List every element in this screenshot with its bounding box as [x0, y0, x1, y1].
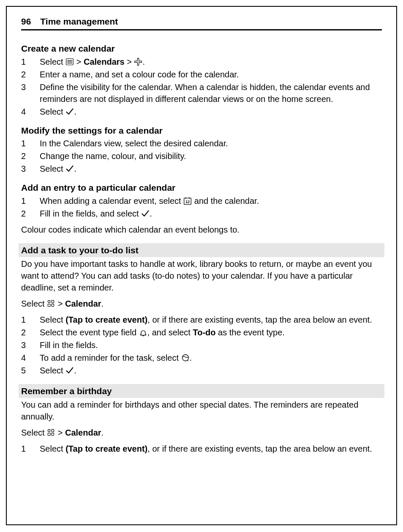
step-text: Fill in the fields, and select . — [40, 208, 382, 219]
step-number: 2 — [21, 326, 40, 338]
step-text: Select . — [40, 106, 382, 118]
step-number: 2 — [21, 69, 40, 80]
step-text: Select the event type field , and select… — [40, 326, 382, 338]
list-item: 2 Fill in the fields, and select . — [21, 208, 382, 219]
heading-add-entry: Add an entry to a particular calendar — [21, 181, 382, 194]
list-birthday: 1 Select (Tap to create event), or if th… — [21, 443, 382, 455]
intro-add-task: Do you have important tasks to handle at… — [21, 258, 382, 293]
step-number: 4 — [21, 352, 40, 364]
list-create-calendar: 1 Select > Calendars > . 2 Enter a name,… — [21, 56, 382, 118]
step-text: Select . — [40, 365, 382, 376]
apps-icon — [47, 299, 55, 308]
list-item: 2 Select the event type field , and sele… — [21, 326, 382, 338]
step-number: 4 — [21, 106, 40, 118]
step-text: Select (Tap to create event), or if ther… — [40, 443, 382, 455]
step-number: 3 — [21, 339, 40, 351]
step-number: 1 — [21, 56, 40, 68]
step-number: 3 — [21, 163, 40, 175]
step-number: 1 — [21, 137, 40, 149]
heading-add-task: Add a task to your to-do list — [19, 243, 384, 257]
step-text: Select > Calendars > . — [40, 56, 382, 68]
list-item: 3 Define the visibility for the calendar… — [21, 81, 382, 105]
heading-create-calendar: Create a new calendar — [21, 42, 382, 55]
page-header: 96Time management — [21, 15, 382, 30]
step-text: Select . — [40, 163, 382, 175]
intro-birthday: You can add a reminder for birthdays and… — [21, 399, 382, 422]
bell-icon — [139, 328, 147, 337]
list-item: 1 Select (Tap to create event), or if th… — [21, 314, 382, 326]
step-text: Change the name, colour, and visibility. — [40, 150, 382, 162]
list-item: 3 Fill in the fields. — [21, 339, 382, 351]
list-add-task: 1 Select (Tap to create event), or if th… — [21, 314, 382, 376]
list-item: 2 Enter a name, and set a colour code fo… — [21, 69, 382, 80]
step-number: 2 — [21, 150, 40, 162]
step-number: 1 — [21, 314, 40, 326]
list-item: 4 To add a reminder for the task, select… — [21, 352, 382, 364]
step-text: Enter a name, and set a colour code for … — [40, 69, 382, 80]
checkmark-icon — [65, 165, 74, 173]
list-item: 1 Select > Calendars > . — [21, 56, 382, 68]
heading-modify-calendar: Modify the settings for a calendar — [21, 124, 382, 137]
checkmark-icon — [65, 107, 74, 116]
step-text: Select (Tap to create event), or if ther… — [40, 314, 382, 326]
select-path-todo: Select > Calendar. — [21, 298, 382, 310]
chapter-title: Time management — [40, 16, 118, 26]
list-item: 1 When adding a calendar event, select a… — [21, 195, 382, 207]
step-number: 2 — [21, 208, 40, 219]
checkmark-icon — [65, 366, 74, 375]
list-item: 1 In the Calendars view, select the desi… — [21, 137, 382, 149]
menu-icon — [65, 58, 74, 66]
list-item: 3 Select . — [21, 163, 382, 175]
step-text: Define the visibility for the calendar. … — [40, 81, 382, 105]
step-number: 5 — [21, 365, 40, 376]
list-item: 5 Select . — [21, 365, 382, 376]
list-modify-calendar: 1 In the Calendars view, select the desi… — [21, 137, 382, 175]
list-item: 2 Change the name, colour, and visibilit… — [21, 150, 382, 162]
checkmark-icon — [141, 209, 150, 218]
step-text: To add a reminder for the task, select . — [40, 352, 382, 364]
step-text: Fill in the fields. — [40, 339, 382, 351]
document-page: 96Time management Create a new calendar … — [6, 6, 397, 525]
select-path-birthday: Select > Calendar. — [21, 427, 382, 439]
page-number: 96 — [21, 16, 31, 26]
plus-icon — [134, 58, 142, 66]
reminder-icon — [181, 354, 190, 362]
list-item: 1 Select (Tap to create event), or if th… — [21, 443, 382, 455]
step-text: In the Calendars view, select the desire… — [40, 137, 382, 149]
step-number: 1 — [21, 195, 40, 207]
list-item: 4 Select . — [21, 106, 382, 118]
apps-icon — [47, 428, 55, 437]
note-colour-codes: Colour codes indicate which calendar an … — [21, 224, 382, 236]
step-number: 3 — [21, 81, 40, 93]
step-text: When adding a calendar event, select and… — [40, 195, 382, 207]
step-number: 1 — [21, 443, 40, 455]
list-add-entry: 1 When adding a calendar event, select a… — [21, 195, 382, 219]
calendar-12-icon — [183, 197, 192, 205]
heading-birthday: Remember a birthday — [19, 384, 384, 398]
